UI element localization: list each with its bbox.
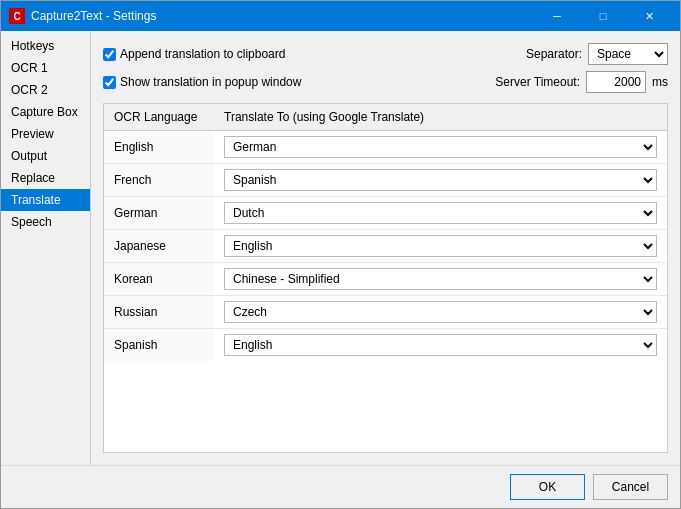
translate-language-select[interactable]: EnglishGermanSpanishFrenchDutchChinese -… <box>224 268 657 290</box>
main-panel: Append translation to clipboard Separato… <box>91 31 680 465</box>
append-translation-checkbox-label[interactable]: Append translation to clipboard <box>103 47 285 61</box>
translate-language-select[interactable]: EnglishGermanSpanishFrenchDutchChinese -… <box>224 235 657 257</box>
timeout-group: Server Timeout: ms <box>495 71 668 93</box>
table-header-row: OCR Language Translate To (using Google … <box>104 104 667 131</box>
table-row: KoreanEnglishGermanSpanishFrenchDutchChi… <box>104 263 667 296</box>
append-translation-label: Append translation to clipboard <box>120 47 285 61</box>
ocr-language-cell: French <box>104 164 214 197</box>
show-popup-checkbox[interactable] <box>103 76 116 89</box>
separator-label: Separator: <box>526 47 582 61</box>
col-header-translate: Translate To (using Google Translate) <box>214 104 667 131</box>
translate-to-cell: EnglishGermanSpanishFrenchDutchChinese -… <box>214 197 667 230</box>
translate-language-select[interactable]: EnglishGermanSpanishFrenchDutchChinese -… <box>224 301 657 323</box>
table-row: FrenchEnglishGermanSpanishFrenchDutchChi… <box>104 164 667 197</box>
timeout-label: Server Timeout: <box>495 75 580 89</box>
options-row-1: Append translation to clipboard Separato… <box>103 43 668 65</box>
titlebar-left: C Capture2Text - Settings <box>9 8 156 24</box>
table-row: GermanEnglishGermanSpanishFrenchDutchChi… <box>104 197 667 230</box>
translation-table-container: OCR Language Translate To (using Google … <box>103 103 668 453</box>
col-header-ocr: OCR Language <box>104 104 214 131</box>
sidebar-item-hotkeys[interactable]: Hotkeys <box>1 35 90 57</box>
titlebar-controls: ─ □ ✕ <box>534 1 672 31</box>
ocr-language-cell: Russian <box>104 296 214 329</box>
translate-to-cell: EnglishGermanSpanishFrenchDutchChinese -… <box>214 329 667 362</box>
app-icon: C <box>9 8 25 24</box>
table-row: EnglishEnglishGermanSpanishFrenchDutchCh… <box>104 131 667 164</box>
sidebar-item-preview[interactable]: Preview <box>1 123 90 145</box>
sidebar-item-replace[interactable]: Replace <box>1 167 90 189</box>
sidebar: HotkeysOCR 1OCR 2Capture BoxPreviewOutpu… <box>1 31 91 465</box>
content-area: HotkeysOCR 1OCR 2Capture BoxPreviewOutpu… <box>1 31 680 465</box>
timeout-unit: ms <box>652 75 668 89</box>
translate-to-cell: EnglishGermanSpanishFrenchDutchChinese -… <box>214 164 667 197</box>
sidebar-item-ocr-2[interactable]: OCR 2 <box>1 79 90 101</box>
cancel-button[interactable]: Cancel <box>593 474 668 500</box>
ocr-language-cell: Spanish <box>104 329 214 362</box>
translate-to-cell: EnglishGermanSpanishFrenchDutchChinese -… <box>214 131 667 164</box>
window-title: Capture2Text - Settings <box>31 9 156 23</box>
ocr-language-cell: Korean <box>104 263 214 296</box>
ok-button[interactable]: OK <box>510 474 585 500</box>
main-window: C Capture2Text - Settings ─ □ ✕ HotkeysO… <box>0 0 681 509</box>
separator-select[interactable]: Space Tab None <box>588 43 668 65</box>
translate-language-select[interactable]: EnglishGermanSpanishFrenchDutchChinese -… <box>224 202 657 224</box>
table-row: SpanishEnglishGermanSpanishFrenchDutchCh… <box>104 329 667 362</box>
options-row-2: Show translation in popup window Server … <box>103 71 668 93</box>
translate-language-select[interactable]: EnglishGermanSpanishFrenchDutchChinese -… <box>224 136 657 158</box>
sidebar-item-ocr-1[interactable]: OCR 1 <box>1 57 90 79</box>
translate-to-cell: EnglishGermanSpanishFrenchDutchChinese -… <box>214 296 667 329</box>
translate-language-select[interactable]: EnglishGermanSpanishFrenchDutchChinese -… <box>224 334 657 356</box>
titlebar: C Capture2Text - Settings ─ □ ✕ <box>1 1 680 31</box>
translate-language-select[interactable]: EnglishGermanSpanishFrenchDutchChinese -… <box>224 169 657 191</box>
ocr-language-cell: English <box>104 131 214 164</box>
close-button[interactable]: ✕ <box>626 1 672 31</box>
ocr-language-cell: Japanese <box>104 230 214 263</box>
table-row: RussianEnglishGermanSpanishFrenchDutchCh… <box>104 296 667 329</box>
table-row: JapaneseEnglishGermanSpanishFrenchDutchC… <box>104 230 667 263</box>
sidebar-item-output[interactable]: Output <box>1 145 90 167</box>
timeout-input[interactable] <box>586 71 646 93</box>
table-body: EnglishEnglishGermanSpanishFrenchDutchCh… <box>104 131 667 362</box>
ocr-language-cell: German <box>104 197 214 230</box>
show-popup-checkbox-label[interactable]: Show translation in popup window <box>103 75 301 89</box>
translation-table: OCR Language Translate To (using Google … <box>104 104 667 361</box>
append-translation-checkbox[interactable] <box>103 48 116 61</box>
footer: OK Cancel <box>1 465 680 508</box>
sidebar-item-speech[interactable]: Speech <box>1 211 90 233</box>
translate-to-cell: EnglishGermanSpanishFrenchDutchChinese -… <box>214 230 667 263</box>
separator-group: Separator: Space Tab None <box>526 43 668 65</box>
minimize-button[interactable]: ─ <box>534 1 580 31</box>
translate-to-cell: EnglishGermanSpanishFrenchDutchChinese -… <box>214 263 667 296</box>
show-popup-label: Show translation in popup window <box>120 75 301 89</box>
sidebar-item-translate[interactable]: Translate <box>1 189 90 211</box>
maximize-button[interactable]: □ <box>580 1 626 31</box>
sidebar-item-capture-box[interactable]: Capture Box <box>1 101 90 123</box>
